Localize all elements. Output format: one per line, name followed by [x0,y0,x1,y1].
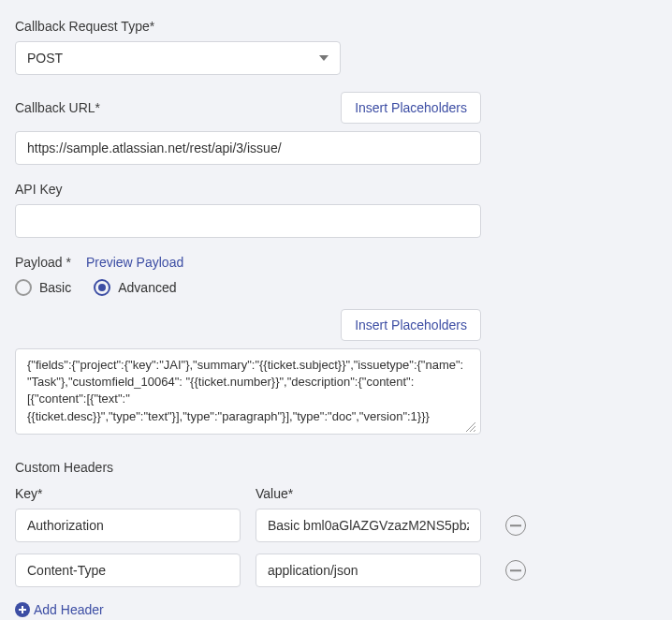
header-key-input[interactable] [15,554,241,587]
header-value-input[interactable] [256,554,481,587]
callback-url-input[interactable] [15,131,481,165]
header-value-label: Value* [256,486,481,501]
add-header-label: Add Header [34,602,104,617]
radio-basic-label: Basic [39,280,71,295]
radio-basic[interactable]: Basic [15,279,71,296]
custom-headers-title: Custom Headers [15,460,657,475]
radio-advanced-label: Advanced [118,280,176,295]
api-key-label: API Key [15,182,657,197]
insert-placeholders-url-button[interactable]: Insert Placeholders [341,92,481,124]
payload-label: Payload * [15,255,71,270]
remove-header-button[interactable] [505,515,526,536]
chevron-down-icon [319,55,329,61]
preview-payload-link[interactable]: Preview Payload [86,255,183,270]
header-row [15,509,657,542]
radio-advanced[interactable]: Advanced [94,279,176,296]
callback-url-label: Callback URL* [15,100,100,115]
radio-icon-selected [94,279,110,296]
remove-header-button[interactable] [505,560,526,581]
header-key-input[interactable] [15,509,241,542]
radio-icon-unselected [15,279,32,296]
api-key-input[interactable] [15,204,481,238]
header-key-label: Key* [15,486,241,501]
plus-circle-icon [15,602,30,617]
header-value-input[interactable] [256,509,481,542]
insert-placeholders-payload-button[interactable]: Insert Placeholders [341,309,481,341]
header-row [15,554,657,587]
add-header-button[interactable]: Add Header [15,602,657,617]
request-type-select[interactable]: POST [15,41,341,75]
payload-textarea[interactable] [15,348,481,435]
request-type-label: Callback Request Type* [15,19,657,34]
request-type-value: POST [27,51,63,66]
